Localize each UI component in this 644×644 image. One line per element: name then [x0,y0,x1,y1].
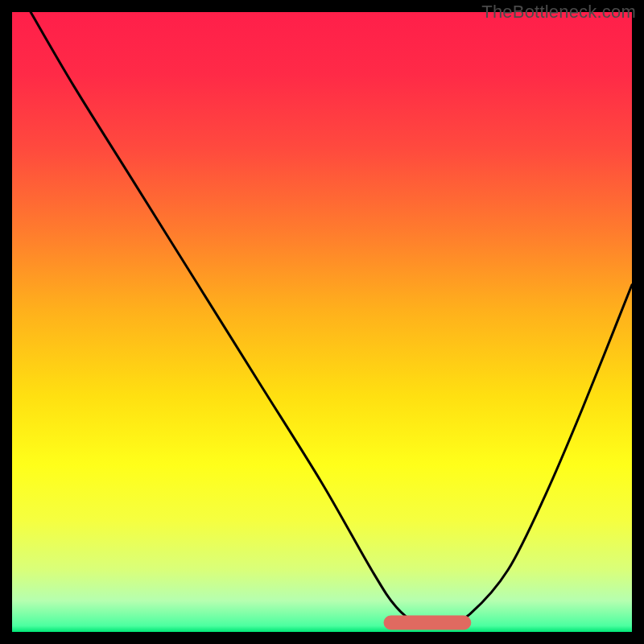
watermark-text: TheBottleneck.com [481,2,636,23]
gradient-background [12,12,632,632]
bottleneck-chart [12,12,632,632]
optimal-range-marker [384,616,471,630]
chart-frame: TheBottleneck.com [0,0,644,644]
plot-area [12,12,632,632]
